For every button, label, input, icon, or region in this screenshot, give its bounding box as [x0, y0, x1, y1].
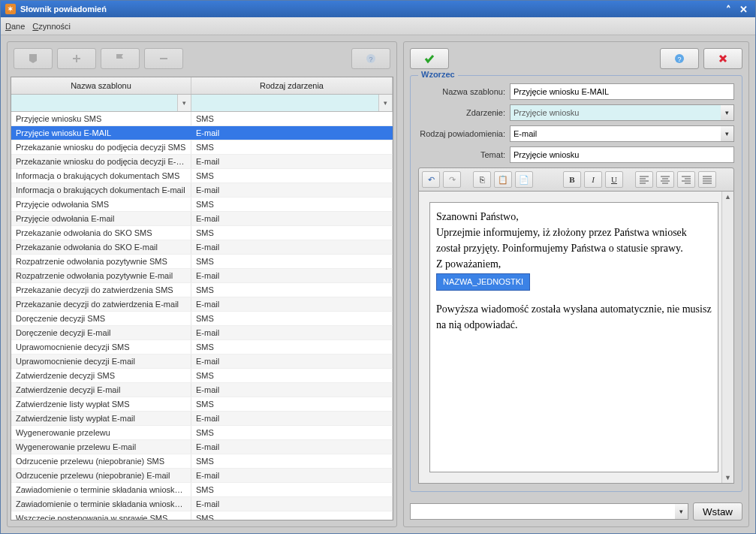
insert-select[interactable] [410, 503, 675, 520]
subject-input[interactable] [510, 146, 734, 163]
editor-greeting: Szanowni Państwo, [436, 209, 712, 225]
align-justify-button[interactable] [698, 171, 716, 188]
filter-type-dropdown[interactable]: ▾ [378, 95, 392, 111]
event-select-arrow[interactable]: ▾ [721, 104, 734, 121]
table-row[interactable]: Przyjęcie wniosku SMSSMS [11, 112, 393, 126]
italic-button[interactable]: I [584, 171, 602, 188]
table-row[interactable]: Wszczęcie postępowania w sprawie SMSSMS [11, 511, 393, 520]
table-row[interactable]: Zatwierdzenie decyzji SMSSMS [11, 369, 393, 383]
table-row[interactable]: Rozpatrzenie odwołania pozytywnie SMSSMS [11, 255, 393, 269]
table-row[interactable]: Przekazanie decyzji do zatwierdzenia E-m… [11, 297, 393, 312]
table-row[interactable]: Wygenerowanie przelewu E-mailE-mail [11, 440, 393, 454]
insert-button[interactable]: Wstaw [693, 502, 742, 520]
grid-header-name[interactable]: Nazwa szablonu [11, 77, 191, 94]
table-row[interactable]: Przyjęcie odwołania E-mailE-mail [11, 212, 393, 226]
grid-filter: ▾ ▾ [11, 95, 393, 112]
grid-body[interactable]: Przyjęcie wniosku SMSSMSPrzyjęcie wniosk… [11, 112, 393, 520]
cell-type: E-mail [191, 155, 393, 168]
table-row[interactable]: Zawiadomienie o terminie składania wnios… [11, 483, 393, 497]
editor-content[interactable]: Szanowni Państwo, Uprzejmie informujemy,… [429, 202, 718, 472]
table-row[interactable]: Przekazanie odwołania do SKO SMSSMS [11, 226, 393, 240]
table-row[interactable]: Rozpatrzenie odwołania pozytywnie E-mail… [11, 269, 393, 283]
cell-name: Zatwierdzenie listy wypłat SMS [11, 397, 191, 411]
table-row[interactable]: Przekazanie odwołania do SKO E-mailE-mai… [11, 240, 393, 255]
table-row[interactable]: Przyjęcie wniosku E-MAILE-mail [11, 126, 393, 140]
remove-button[interactable] [144, 48, 183, 69]
label-subject: Temat: [418, 150, 505, 159]
table-row[interactable]: Doręczenie decyzji SMSSMS [11, 312, 393, 326]
table-row[interactable]: Przekazanie wniosku do podjęcia decyzji … [11, 155, 393, 169]
cell-type: E-mail [191, 354, 393, 368]
minus-icon [158, 53, 170, 65]
cell-type: E-mail [191, 326, 393, 339]
table-row[interactable]: Doręczenie decyzji E-mailE-mail [11, 326, 393, 340]
cell-name: Uprawomocnienie decyzji E-mail [11, 354, 191, 368]
cell-name: Doręczenie decyzji E-mail [11, 326, 191, 339]
template-name-input[interactable] [510, 83, 734, 100]
table-row[interactable]: Informacja o brakujących dokumentach SMS… [11, 169, 393, 183]
align-center-button[interactable] [656, 171, 674, 188]
filter-name-input[interactable] [11, 95, 177, 111]
add-button[interactable] [57, 48, 96, 69]
copy-button[interactable]: ⎘ [473, 171, 491, 188]
table-row[interactable]: Zatwierdzenie listy wypłat SMSSMS [11, 397, 393, 412]
editor-toolbar: ↶ ↷ ⎘ 📋 📄 B I U [418, 167, 734, 192]
cell-type: SMS [191, 340, 393, 354]
flag-button[interactable] [101, 48, 140, 69]
cell-type: E-mail [191, 383, 393, 397]
cell-type: E-mail [191, 497, 393, 511]
cell-type: E-mail [191, 183, 393, 197]
table-row[interactable]: Odrzucenie przelewu (niepobranie) E-mail… [11, 469, 393, 483]
shield-button[interactable] [14, 48, 53, 69]
menu-dane[interactable]: Dane [5, 22, 25, 31]
table-row[interactable]: Przekazanie wniosku do podjęcia decyzji … [11, 140, 393, 155]
table-row[interactable]: Przekazanie decyzji do zatwierdzenia SMS… [11, 283, 393, 297]
redo-button[interactable]: ↷ [443, 171, 461, 188]
wzorzec-fieldset: Wzorzec Nazwa szablonu: Zdarzenie: ▾ Rod… [410, 75, 742, 492]
table-row[interactable]: Zatwierdzenie decyzji E-mailE-mail [11, 383, 393, 397]
copy-icon: ⎘ [480, 175, 485, 184]
kind-select-arrow[interactable]: ▾ [721, 125, 734, 142]
editor-scrollbar[interactable] [721, 192, 733, 483]
align-right-button[interactable] [677, 171, 695, 188]
undo-button[interactable]: ↶ [422, 171, 440, 188]
filter-name-dropdown[interactable]: ▾ [177, 95, 191, 111]
svg-text:?: ? [677, 56, 681, 63]
event-select[interactable] [510, 104, 721, 121]
menu-czynnosci[interactable]: Czynności [32, 22, 71, 31]
minimize-button[interactable]: ˄ [721, 4, 736, 15]
underline-button[interactable]: U [605, 171, 623, 188]
ok-button[interactable] [410, 48, 449, 69]
cell-type: E-mail [191, 412, 393, 425]
table-row[interactable]: Wygenerowanie przelewuSMS [11, 426, 393, 440]
cell-name: Przyjęcie wniosku SMS [11, 112, 191, 125]
table-row[interactable]: Uprawomocnienie decyzji SMSSMS [11, 340, 393, 354]
table-row[interactable]: Zatwierdzenie listy wypłat E-mailE-mail [11, 412, 393, 426]
align-right-icon [680, 173, 692, 186]
table-row[interactable]: Odrzucenie przelewu (niepobranie) SMSSMS [11, 454, 393, 469]
editor-body: Uprzejmie informujemy, iż złożony przez … [436, 225, 712, 256]
cancel-button[interactable] [703, 48, 742, 69]
table-row[interactable]: Informacja o brakujących dokumentach E-m… [11, 183, 393, 198]
close-window-button[interactable]: ✕ [736, 4, 751, 15]
bold-button[interactable]: B [563, 171, 581, 188]
paste-plain-icon: 📄 [519, 175, 529, 185]
paste-button[interactable]: 📋 [494, 171, 512, 188]
cell-name: Przekazanie wniosku do podjęcia decyzji … [11, 140, 191, 154]
paste-plain-button[interactable]: 📄 [515, 171, 533, 188]
help-button-right[interactable]: ? [660, 48, 699, 69]
help-icon: ? [673, 53, 685, 65]
grid-header-type[interactable]: Rodzaj zdarzenia [191, 77, 393, 94]
table-row[interactable]: Zawiadomienie o terminie składania wnios… [11, 497, 393, 511]
filter-type-input[interactable] [191, 95, 378, 111]
cell-name: Rozpatrzenie odwołania pozytywnie E-mail [11, 269, 191, 282]
body-area: ? Nazwa szablonu Rodzaj zdarzenia ▾ ▾ [1, 35, 755, 533]
table-row[interactable]: Uprawomocnienie decyzji E-mailE-mail [11, 354, 393, 369]
merge-tag[interactable]: NAZWA_JEDNOSTKI [436, 273, 530, 291]
kind-select[interactable] [510, 125, 721, 142]
insert-select-arrow[interactable]: ▾ [675, 503, 688, 520]
table-row[interactable]: Przyjęcie odwołania SMSSMS [11, 198, 393, 212]
underline-icon: U [611, 175, 617, 184]
align-left-button[interactable] [635, 171, 653, 188]
help-button-left[interactable]: ? [351, 48, 390, 69]
